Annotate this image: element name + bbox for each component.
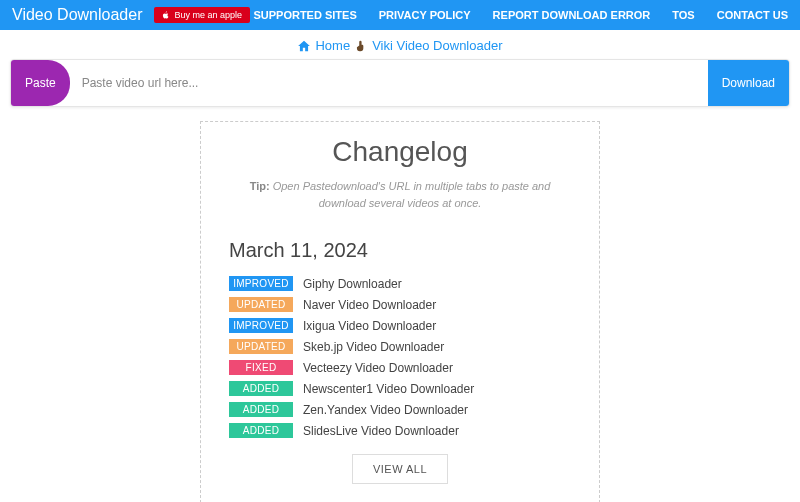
buy-me-apple-label: Buy me an apple — [174, 10, 242, 20]
changelog-title: Changelog — [229, 136, 571, 168]
nav-links: SUPPORTED SITES PRIVACY POLICY REPORT DO… — [253, 9, 788, 21]
changelog-item: ADDEDSlidesLive Video Downloader — [229, 423, 571, 438]
tip-text: Open Pastedownload's URL in multiple tab… — [273, 180, 551, 209]
changelog-badge: UPDATED — [229, 339, 293, 354]
changelog-container: Changelog Tip: Open Pastedownload's URL … — [0, 117, 800, 502]
url-bar-container: Paste Download — [0, 59, 800, 117]
changelog-badge: ADDED — [229, 402, 293, 417]
changelog-badge: IMPROVED — [229, 318, 293, 333]
nav-report-error[interactable]: REPORT DOWNLOAD ERROR — [493, 9, 651, 21]
buy-me-apple-button[interactable]: Buy me an apple — [154, 7, 250, 23]
view-all-button[interactable]: VIEW ALL — [352, 454, 448, 484]
breadcrumb: Home Viki Video Downloader — [0, 30, 800, 59]
changelog-item-label[interactable]: SlidesLive Video Downloader — [303, 424, 459, 438]
changelog-item-label[interactable]: Ixigua Video Downloader — [303, 319, 436, 333]
nav-contact-us[interactable]: CONTACT US — [717, 9, 788, 21]
changelog-panel: Changelog Tip: Open Pastedownload's URL … — [200, 121, 600, 502]
top-nav: Video Downloader Buy me an apple SUPPORT… — [0, 0, 800, 30]
changelog-badge: UPDATED — [229, 297, 293, 312]
changelog-item: UPDATEDNaver Video Downloader — [229, 297, 571, 312]
changelog-item: IMPROVEDIxigua Video Downloader — [229, 318, 571, 333]
changelog-item: IMPROVEDGiphy Downloader — [229, 276, 571, 291]
changelog-item-label[interactable]: Naver Video Downloader — [303, 298, 436, 312]
url-bar: Paste Download — [10, 59, 790, 107]
changelog-item: ADDEDNewscenter1 Video Downloader — [229, 381, 571, 396]
changelog-item: ADDEDZen.Yandex Video Downloader — [229, 402, 571, 417]
video-url-input[interactable] — [70, 76, 708, 90]
changelog-item-label[interactable]: Zen.Yandex Video Downloader — [303, 403, 468, 417]
changelog-item-label[interactable]: Newscenter1 Video Downloader — [303, 382, 474, 396]
changelog-item-label[interactable]: Skeb.jp Video Downloader — [303, 340, 444, 354]
changelog-items: IMPROVEDGiphy DownloaderUPDATEDNaver Vid… — [229, 276, 571, 438]
nav-supported-sites[interactable]: SUPPORTED SITES — [253, 9, 356, 21]
nav-privacy-policy[interactable]: PRIVACY POLICY — [379, 9, 471, 21]
breadcrumb-current[interactable]: Viki Video Downloader — [372, 38, 502, 53]
changelog-item-label[interactable]: Giphy Downloader — [303, 277, 402, 291]
pointer-icon — [354, 39, 368, 53]
changelog-tip: Tip: Open Pastedownload's URL in multipl… — [229, 178, 571, 211]
nav-tos[interactable]: TOS — [672, 9, 694, 21]
changelog-badge: FIXED — [229, 360, 293, 375]
changelog-item: UPDATEDSkeb.jp Video Downloader — [229, 339, 571, 354]
changelog-badge: ADDED — [229, 423, 293, 438]
download-button[interactable]: Download — [708, 60, 789, 106]
home-icon — [297, 39, 311, 53]
changelog-item: FIXEDVecteezy Video Downloader — [229, 360, 571, 375]
paste-button[interactable]: Paste — [11, 60, 70, 106]
brand-title: Video Downloader — [12, 6, 142, 24]
changelog-badge: ADDED — [229, 381, 293, 396]
tip-label: Tip: — [250, 180, 270, 192]
changelog-item-label[interactable]: Vecteezy Video Downloader — [303, 361, 453, 375]
changelog-badge: IMPROVED — [229, 276, 293, 291]
apple-icon — [162, 11, 170, 19]
changelog-date: March 11, 2024 — [229, 239, 571, 262]
breadcrumb-home[interactable]: Home — [315, 38, 350, 53]
